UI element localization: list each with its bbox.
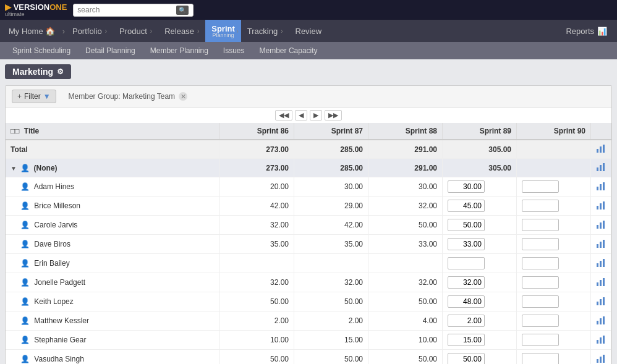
sprint90-input-4[interactable]	[522, 257, 559, 269]
chart-icon[interactable]	[596, 296, 606, 306]
person-chart-6[interactable]	[591, 292, 611, 311]
sprint89-input-1[interactable]	[448, 200, 485, 212]
person-chart-7[interactable]	[591, 311, 611, 331]
none-chart[interactable]	[591, 159, 611, 177]
sprint90-input-3[interactable]	[522, 238, 559, 250]
person-chart-4[interactable]	[591, 254, 611, 273]
v88-4	[368, 254, 443, 273]
sprint90-input-5[interactable]	[522, 276, 559, 289]
sprint90-input-9[interactable]	[522, 353, 559, 364]
sprint89-input-9[interactable]	[448, 353, 485, 364]
col-chart	[591, 123, 611, 140]
sprint89-input-3[interactable]	[448, 238, 485, 250]
sprint89-input-4[interactable]	[448, 257, 485, 269]
sprint89-input-2[interactable]	[448, 219, 485, 231]
person-chart-0[interactable]	[591, 177, 611, 197]
sprint90-input-1[interactable]	[522, 200, 559, 212]
sprint90-input-cell[interactable]	[517, 350, 591, 365]
sprint89-input-cell[interactable]	[443, 254, 517, 273]
chart-icon[interactable]	[596, 334, 606, 344]
chart-icon[interactable]	[596, 200, 606, 210]
nav-release[interactable]: Release ›	[158, 20, 205, 42]
sprint90-input-cell[interactable]	[517, 273, 591, 292]
sprint90-input-8[interactable]	[522, 334, 559, 346]
sprint89-input-cell[interactable]	[443, 235, 517, 254]
nav-portfolio-arrow: ›	[105, 28, 107, 35]
group-expand-icon[interactable]: ▼	[11, 165, 17, 172]
nav-product[interactable]: Product ›	[113, 20, 158, 42]
sprint90-input-cell[interactable]	[517, 235, 591, 254]
marketing-header[interactable]: Marketing ⚙	[5, 64, 71, 79]
subnav-issues[interactable]: Issues	[216, 42, 252, 59]
search-input[interactable]	[77, 6, 176, 14]
total-chart[interactable]	[591, 140, 611, 159]
person-chart-5[interactable]	[591, 273, 611, 292]
subnav-member-capacity[interactable]: Member Capacity	[252, 42, 325, 59]
subnav-member-planning[interactable]: Member Planning	[143, 42, 216, 59]
nav-portfolio[interactable]: Portfolio ›	[66, 20, 113, 42]
sprint90-input-0[interactable]	[522, 180, 559, 193]
chart-icon[interactable]	[596, 353, 606, 363]
subnav-detail-planning[interactable]: Detail Planning	[78, 42, 143, 59]
person-chart-2[interactable]	[591, 216, 611, 235]
sprint89-input-cell[interactable]	[443, 292, 517, 311]
nav-reports[interactable]: Reports 📊	[558, 20, 615, 42]
pagination-next[interactable]: ▶	[310, 110, 322, 121]
chart-icon[interactable]	[596, 277, 606, 287]
sprint89-input-0[interactable]	[448, 180, 485, 193]
person-chart-9[interactable]	[591, 350, 611, 365]
v88-2: 50.00	[368, 216, 443, 235]
svg-rect-6	[597, 187, 598, 190]
chart-icon[interactable]	[596, 219, 606, 229]
member-group-text: Member Group: Marketing Team	[69, 92, 176, 101]
nav-home[interactable]: My Home 🏠	[2, 20, 61, 42]
search-button[interactable]: 🔍	[176, 6, 189, 15]
subnav-sprint-scheduling[interactable]: Sprint Scheduling	[5, 42, 78, 59]
person-chart-3[interactable]	[591, 235, 611, 254]
person-chart-8[interactable]	[591, 331, 611, 350]
nav-tracking[interactable]: Tracking ›	[241, 20, 289, 42]
nav-review[interactable]: Review	[289, 20, 328, 42]
sprint90-input-2[interactable]	[522, 219, 559, 231]
chart-icon[interactable]	[596, 181, 606, 191]
sprint89-input-7[interactable]	[448, 315, 485, 327]
chart-icon[interactable]	[596, 258, 606, 268]
pagination-prev[interactable]: ◀	[295, 110, 307, 121]
sprint90-input-cell[interactable]	[517, 292, 591, 311]
expand-all-icon[interactable]: □□	[11, 127, 20, 135]
sprint90-input-cell[interactable]	[517, 331, 591, 350]
sprint90-input-7[interactable]	[522, 315, 559, 327]
pagination-first[interactable]: ◀◀	[275, 110, 292, 121]
sprint89-input-6[interactable]	[448, 295, 485, 308]
sprint90-input-6[interactable]	[522, 295, 559, 308]
sprint89-input-cell[interactable]	[443, 311, 517, 331]
nav-sprint[interactable]: Sprint Planning ›	[205, 20, 241, 42]
pagination-last[interactable]: ▶▶	[325, 110, 342, 121]
sprint89-input-cell[interactable]	[443, 197, 517, 216]
search-box[interactable]: 🔍	[73, 4, 194, 17]
sprint90-input-cell[interactable]	[517, 311, 591, 331]
sprint90-input-cell[interactable]	[517, 177, 591, 197]
table-row: 👤 Dave Biros 35.00 35.00 33.00	[6, 235, 611, 254]
sprint90-input-cell[interactable]	[517, 254, 591, 273]
chart-icon[interactable]	[596, 162, 606, 172]
chart-icon[interactable]	[596, 239, 606, 248]
chart-icon[interactable]	[596, 143, 606, 153]
member-group-remove[interactable]: ✕	[179, 92, 187, 101]
sprint89-input-8[interactable]	[448, 334, 485, 346]
v87-8: 15.00	[294, 331, 368, 350]
sprint89-input-cell[interactable]	[443, 273, 517, 292]
sprint89-input-cell[interactable]	[443, 331, 517, 350]
chart-icon[interactable]	[596, 315, 606, 325]
filter-button[interactable]: + Filter ▼	[12, 90, 56, 103]
person-icon: 👤	[20, 182, 30, 191]
sprint90-input-cell[interactable]	[517, 197, 591, 216]
svg-rect-9	[597, 206, 598, 210]
sprint90-input-cell[interactable]	[517, 216, 591, 235]
sprint89-input-cell[interactable]	[443, 216, 517, 235]
sprint89-input-5[interactable]	[448, 276, 485, 289]
sprint89-input-cell[interactable]	[443, 350, 517, 365]
v88-9: 50.00	[368, 350, 443, 365]
person-chart-1[interactable]	[591, 197, 611, 216]
sprint89-input-cell[interactable]	[443, 177, 517, 197]
